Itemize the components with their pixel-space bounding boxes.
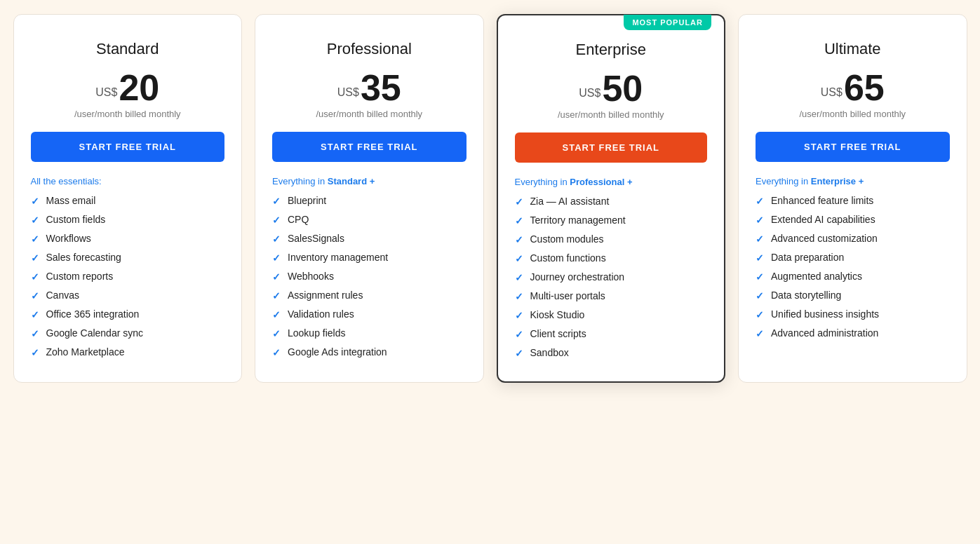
price-amount-professional: 35: [361, 69, 401, 106]
feature-item-ultimate-0: ✓ Enhanced feature limits: [756, 195, 950, 207]
plan-card-professional: Professional US$ 35 /user/month billed m…: [255, 14, 484, 383]
feature-label-professional-7: Lookup fields: [288, 327, 346, 339]
feature-item-ultimate-3: ✓ Data preparation: [756, 252, 950, 264]
plan-name-professional: Professional: [272, 40, 466, 58]
check-icon-professional-2: ✓: [272, 233, 281, 245]
feature-label-enterprise-3: Custom functions: [530, 252, 606, 264]
price-row-professional: US$ 35: [272, 69, 466, 106]
price-period-ultimate: /user/month billed monthly: [756, 109, 950, 119]
feature-list-ultimate: ✓ Enhanced feature limits ✓ Extended AI …: [756, 195, 950, 339]
plan-card-standard: Standard US$ 20 /user/month billed month…: [13, 14, 243, 383]
check-icon-enterprise-5: ✓: [515, 291, 523, 302]
check-icon-standard-3: ✓: [31, 252, 39, 264]
feature-item-ultimate-5: ✓ Data storytelling: [756, 290, 950, 301]
price-row-standard: US$ 20: [31, 69, 225, 106]
feature-label-standard-7: Google Calendar sync: [46, 327, 144, 339]
price-row-enterprise: US$ 50: [515, 70, 708, 107]
feature-item-enterprise-1: ✓ Territory management: [515, 215, 708, 226]
price-currency-ultimate: US$: [821, 86, 843, 99]
feature-item-enterprise-6: ✓ Kiosk Studio: [515, 309, 708, 321]
check-icon-enterprise-4: ✓: [515, 272, 523, 283]
features-header-enterprise: Everything in Professional +: [515, 177, 708, 187]
feature-label-standard-4: Custom reports: [46, 271, 114, 282]
check-icon-standard-7: ✓: [31, 328, 39, 339]
feature-item-enterprise-0: ✓ Zia — AI assistant: [515, 196, 708, 208]
feature-label-enterprise-8: Sandbox: [530, 347, 569, 358]
feature-label-enterprise-6: Kiosk Studio: [530, 309, 585, 320]
feature-item-standard-2: ✓ Workflows: [31, 233, 225, 245]
feature-label-professional-2: SalesSignals: [288, 233, 344, 244]
features-header-standard: All the essentials:: [31, 176, 225, 186]
check-icon-standard-6: ✓: [31, 309, 39, 320]
feature-item-standard-1: ✓ Custom fields: [31, 214, 225, 226]
check-icon-enterprise-7: ✓: [515, 329, 523, 340]
pricing-grid: Standard US$ 20 /user/month billed month…: [13, 14, 967, 383]
check-icon-ultimate-2: ✓: [756, 233, 764, 245]
feature-label-professional-6: Validation rules: [288, 308, 354, 320]
feature-item-standard-6: ✓ Office 365 integration: [31, 308, 225, 320]
check-icon-standard-1: ✓: [31, 215, 39, 226]
feature-label-ultimate-4: Augmented analytics: [771, 271, 862, 282]
cta-button-ultimate[interactable]: START FREE TRIAL: [756, 132, 950, 162]
most-popular-badge: MOST POPULAR: [624, 15, 711, 30]
check-icon-professional-7: ✓: [272, 328, 281, 339]
check-icon-standard-8: ✓: [31, 347, 39, 358]
cta-button-enterprise[interactable]: START FREE TRIAL: [515, 132, 708, 163]
plan-card-ultimate: Ultimate US$ 65 /user/month billed month…: [738, 14, 967, 383]
cta-button-professional[interactable]: START FREE TRIAL: [272, 132, 466, 162]
feature-label-ultimate-1: Extended AI capabilities: [771, 214, 875, 225]
feature-label-enterprise-5: Multi-user portals: [530, 290, 605, 301]
feature-item-ultimate-4: ✓ Augmented analytics: [756, 271, 950, 283]
feature-item-standard-0: ✓ Mass email: [31, 195, 225, 207]
check-icon-enterprise-1: ✓: [515, 215, 523, 226]
feature-label-standard-3: Sales forecasting: [46, 252, 121, 263]
cta-button-standard[interactable]: START FREE TRIAL: [31, 132, 225, 162]
feature-item-professional-1: ✓ CPQ: [272, 214, 466, 226]
features-header-professional: Everything in Standard +: [272, 176, 466, 186]
feature-item-enterprise-8: ✓ Sandbox: [515, 347, 708, 359]
feature-item-ultimate-7: ✓ Advanced administration: [756, 327, 950, 339]
feature-label-professional-1: CPQ: [288, 214, 309, 225]
check-icon-professional-5: ✓: [272, 290, 281, 301]
feature-item-ultimate-6: ✓ Unified business insights: [756, 308, 950, 320]
price-amount-enterprise: 50: [602, 70, 643, 107]
check-icon-standard-4: ✓: [31, 271, 39, 283]
plan-card-enterprise: MOST POPULAREnterprise US$ 50 /user/mont…: [497, 14, 726, 383]
feature-list-standard: ✓ Mass email ✓ Custom fields ✓ Workflows…: [31, 195, 225, 358]
check-icon-ultimate-3: ✓: [756, 252, 764, 264]
check-icon-enterprise-6: ✓: [515, 310, 523, 321]
price-period-professional: /user/month billed monthly: [272, 109, 466, 119]
feature-item-professional-8: ✓ Google Ads integration: [272, 346, 466, 358]
feature-label-enterprise-1: Territory management: [530, 215, 626, 226]
price-row-ultimate: US$ 65: [756, 69, 950, 106]
feature-label-enterprise-7: Client scripts: [530, 328, 586, 339]
feature-label-standard-5: Canvas: [46, 290, 79, 301]
feature-label-standard-1: Custom fields: [46, 214, 106, 225]
check-icon-ultimate-4: ✓: [756, 271, 764, 283]
price-currency-standard: US$: [95, 86, 117, 99]
feature-label-ultimate-7: Advanced administration: [771, 327, 878, 339]
feature-label-professional-5: Assignment rules: [288, 290, 363, 301]
feature-label-ultimate-3: Data preparation: [771, 252, 844, 263]
price-amount-ultimate: 65: [844, 69, 885, 106]
check-icon-enterprise-8: ✓: [515, 348, 523, 359]
feature-label-ultimate-5: Data storytelling: [771, 290, 841, 301]
features-header-ultimate: Everything in Enterprise +: [756, 176, 950, 186]
check-icon-professional-8: ✓: [272, 347, 281, 358]
feature-item-enterprise-2: ✓ Custom modules: [515, 233, 708, 245]
feature-item-professional-3: ✓ Inventory management: [272, 252, 466, 264]
plan-name-standard: Standard: [31, 40, 225, 58]
feature-item-enterprise-3: ✓ Custom functions: [515, 252, 708, 264]
price-currency-professional: US$: [337, 86, 359, 99]
check-icon-professional-0: ✓: [272, 196, 281, 207]
feature-label-standard-8: Zoho Marketplace: [46, 346, 125, 358]
feature-item-standard-7: ✓ Google Calendar sync: [31, 327, 225, 339]
feature-label-professional-4: Webhooks: [288, 271, 334, 282]
feature-label-ultimate-6: Unified business insights: [771, 308, 879, 320]
check-icon-ultimate-6: ✓: [756, 309, 764, 320]
feature-list-enterprise: ✓ Zia — AI assistant ✓ Territory managem…: [515, 196, 708, 359]
feature-label-enterprise-4: Journey orchestration: [530, 271, 625, 283]
check-icon-ultimate-0: ✓: [756, 196, 764, 207]
plan-name-ultimate: Ultimate: [756, 40, 950, 58]
feature-item-ultimate-1: ✓ Extended AI capabilities: [756, 214, 950, 226]
